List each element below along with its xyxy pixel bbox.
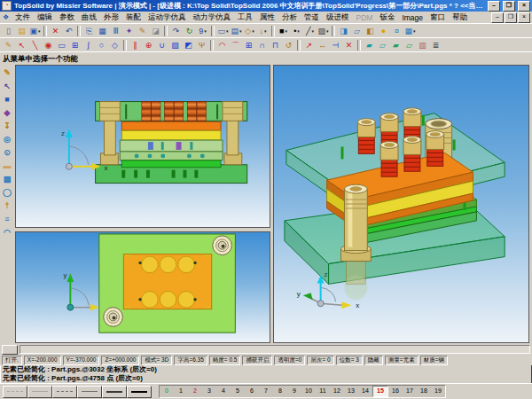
stretch-icon[interactable]: ↗ bbox=[302, 39, 316, 51]
perspective-view-icon[interactable]: ◧ bbox=[364, 25, 377, 37]
dimension-icon[interactable]: ↔ bbox=[316, 39, 329, 51]
screw-icon[interactable]: † bbox=[1, 199, 13, 212]
close-button[interactable]: × bbox=[518, 1, 530, 12]
layer-tab-18[interactable]: 18 bbox=[417, 386, 431, 397]
shaded-cube-icon[interactable]: ◩ bbox=[182, 39, 195, 51]
hidden[interactable]: 隐藏 bbox=[364, 356, 383, 365]
line-style-solid-thick[interactable] bbox=[127, 386, 152, 398]
pointer-tool-icon[interactable]: ✦ bbox=[122, 25, 136, 37]
layer-tab-8[interactable]: 8 bbox=[273, 386, 287, 397]
center-point-icon[interactable]: ⊕ bbox=[142, 39, 155, 51]
menu-tools[interactable]: 工具 bbox=[234, 12, 256, 23]
level[interactable]: 层次= 0 bbox=[307, 356, 333, 365]
new-document-icon[interactable]: ▯ bbox=[2, 25, 15, 37]
line-style-dashed-thin[interactable] bbox=[3, 386, 27, 398]
menu-sheet-metal[interactable]: 钣金 bbox=[376, 12, 398, 23]
circle-icon[interactable]: ◉ bbox=[42, 39, 55, 51]
minimize-button[interactable]: – bbox=[488, 1, 500, 12]
camera-icon[interactable]: ⊙ bbox=[1, 145, 13, 159]
point-style-icon[interactable]: • bbox=[290, 25, 303, 37]
rectangle-icon[interactable]: ▭ bbox=[55, 39, 68, 51]
viewport-front-view[interactable]: z x bbox=[15, 65, 270, 228]
menu-pdm[interactable]: PDM bbox=[353, 13, 377, 22]
bom-list-icon[interactable]: ≣ bbox=[429, 39, 442, 51]
layer-tab-2[interactable]: 2 bbox=[188, 386, 202, 397]
sheet-set-icon[interactable]: ▤ bbox=[230, 25, 243, 37]
patch-icon[interactable]: ▬ bbox=[1, 159, 13, 172]
redo-icon[interactable]: ↷ bbox=[169, 25, 183, 37]
menu-parameters[interactable]: 参数 bbox=[56, 12, 78, 23]
save-icon[interactable]: ▣ bbox=[28, 25, 42, 37]
wireframe-view-icon[interactable]: ▱ bbox=[350, 25, 364, 37]
layer-tab-5[interactable]: 5 bbox=[231, 386, 245, 397]
layer-tab-14[interactable]: 14 bbox=[358, 386, 372, 397]
line-icon[interactable]: ╲ bbox=[28, 39, 42, 51]
shape-tool-icon[interactable]: ◆ bbox=[1, 106, 13, 119]
menu-file[interactable]: 文件 bbox=[12, 12, 34, 23]
cube-icon[interactable]: ▧ bbox=[168, 39, 182, 51]
color-swatch-icon[interactable]: ■ bbox=[277, 25, 290, 37]
drill-icon[interactable]: ↧ bbox=[1, 119, 13, 132]
trim-icon[interactable]: ⊓ bbox=[269, 39, 282, 51]
parallel-curve-icon[interactable]: ∥ bbox=[129, 39, 142, 51]
copy-shape-icon[interactable]: ⊞ bbox=[242, 39, 255, 51]
line-style-dashed-medium[interactable] bbox=[52, 386, 77, 398]
menu-edit[interactable]: 编辑 bbox=[34, 12, 56, 23]
pocket-icon[interactable]: ▱ bbox=[403, 39, 416, 51]
fillet-icon[interactable]: ⌒ bbox=[229, 39, 242, 51]
layer-tab-19[interactable]: 19 bbox=[431, 386, 445, 397]
extrude-icon[interactable]: ▰ bbox=[363, 39, 376, 51]
insert-catalog-icon[interactable]: ⎘ bbox=[82, 25, 96, 37]
layer-tab-13[interactable]: 13 bbox=[344, 386, 358, 397]
layer-tab-3[interactable]: 3 bbox=[202, 386, 216, 397]
history-icon[interactable]: 9 bbox=[196, 25, 209, 37]
line-style-icon[interactable]: ╱ bbox=[303, 25, 317, 37]
traffic-light-icon[interactable]: ● bbox=[377, 25, 390, 37]
layer-tab-17[interactable]: 17 bbox=[403, 386, 417, 397]
layers-icon[interactable]: ≡ bbox=[1, 212, 13, 225]
layer-tab-6[interactable]: 6 bbox=[245, 386, 259, 397]
dome-icon[interactable]: ◠ bbox=[1, 225, 13, 239]
undo-icon[interactable]: ↶ bbox=[62, 25, 75, 37]
arch-icon[interactable]: ∩ bbox=[255, 39, 269, 51]
target-icon[interactable]: ◎ bbox=[1, 132, 13, 145]
arc-icon[interactable]: ◠ bbox=[215, 39, 229, 51]
measure[interactable]: 测量=元素 bbox=[385, 356, 419, 365]
hatch-style-icon[interactable]: ▨ bbox=[317, 25, 330, 37]
view-box-icon[interactable]: ▭ bbox=[216, 25, 230, 37]
mode[interactable]: 模式= 3D bbox=[141, 356, 172, 365]
mdi-minimize-button[interactable]: – bbox=[491, 12, 504, 23]
layer-tab-15[interactable]: 15 bbox=[372, 386, 388, 397]
slot-icon[interactable]: ∪ bbox=[155, 39, 168, 51]
menu-kinematics[interactable]: 运动学仿真 bbox=[145, 12, 190, 23]
delete-constraint-icon[interactable]: ✕ bbox=[342, 39, 356, 51]
mdi-restore-button[interactable]: ❐ bbox=[505, 12, 517, 23]
smart-select-icon[interactable]: ↖ bbox=[1, 79, 13, 92]
menu-dynamics[interactable]: 动力学仿真 bbox=[190, 12, 235, 23]
line-style-solid-dark[interactable] bbox=[102, 386, 127, 398]
viewport-isometric-view[interactable]: z y x bbox=[273, 65, 529, 343]
sketch-icon[interactable]: ✎ bbox=[1, 66, 13, 79]
pin-icon[interactable]: ↓ bbox=[256, 25, 270, 37]
coord-z[interactable]: Z=+000.000 bbox=[101, 356, 139, 365]
layer-tab-10[interactable]: 10 bbox=[301, 386, 316, 397]
restore-button[interactable]: ❐ bbox=[503, 1, 515, 12]
menu-assembly[interactable]: 装配 bbox=[122, 12, 145, 23]
menu-progress-die[interactable]: 级进模 bbox=[323, 12, 353, 23]
menu-help[interactable]: 帮助 bbox=[449, 12, 471, 23]
ellipse-icon[interactable]: ○ bbox=[95, 39, 108, 51]
layer-tab-11[interactable]: 11 bbox=[316, 386, 330, 397]
command-field[interactable] bbox=[20, 345, 530, 354]
menu-window[interactable]: 窗口 bbox=[426, 12, 449, 23]
layer-tab-1[interactable]: 1 bbox=[174, 386, 188, 397]
solid-box-icon[interactable]: ■ bbox=[1, 92, 13, 106]
status-message[interactable]: 打开. bbox=[2, 356, 22, 365]
transparency[interactable]: 透明度=0 bbox=[274, 356, 305, 365]
annotate-pen-icon[interactable]: ✎ bbox=[136, 25, 149, 37]
line-style-solid-thin[interactable] bbox=[27, 386, 52, 398]
cylinder-icon[interactable]: ◯ bbox=[1, 185, 13, 199]
open-folder-icon[interactable]: ▤ bbox=[15, 25, 28, 37]
delete-icon[interactable]: ✕ bbox=[49, 25, 62, 37]
snap[interactable]: 捕获开启 bbox=[242, 356, 272, 365]
material[interactable]: 材质=钢 bbox=[420, 356, 448, 365]
